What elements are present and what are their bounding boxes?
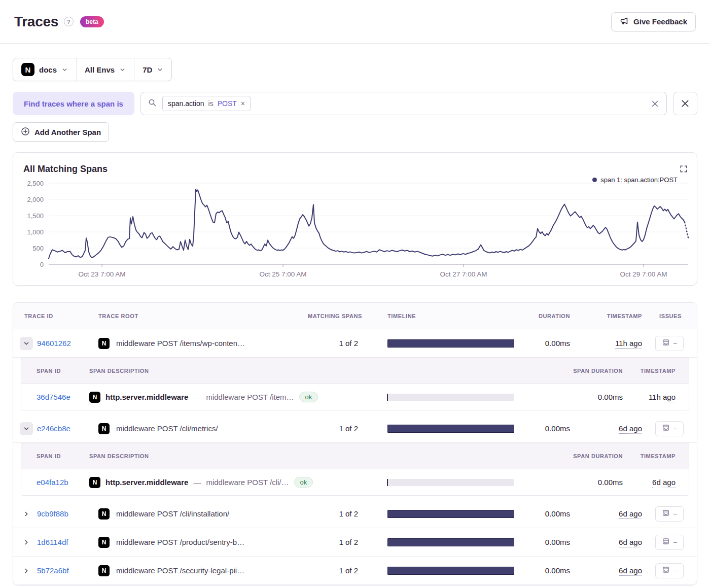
span-timestamp[interactable]: 6d ago: [652, 478, 676, 488]
span-description-text: middleware POST /item…: [206, 393, 294, 401]
expand-chevron-button[interactable]: [20, 564, 33, 577]
column-header-issues: ISSUES: [646, 313, 697, 319]
issues-indicator[interactable]: −: [655, 535, 684, 550]
trace-row: e246cb8e N middleware POST /cli/metrics/…: [13, 414, 697, 443]
token-remove-icon[interactable]: ×: [241, 99, 245, 108]
nextjs-project-icon: N: [98, 565, 110, 576]
span-search-input[interactable]: span.action is POST ×: [140, 92, 667, 115]
date-range-filter-label: 7D: [143, 65, 152, 74]
filter-bar: N docs All Envs 7D: [13, 58, 172, 81]
column-header-span-timestamp: TIMESTAMP: [628, 453, 689, 459]
svg-text:1,500: 1,500: [27, 212, 44, 220]
plus-circle-icon: [21, 127, 30, 137]
span-timeline-bar[interactable]: [387, 394, 514, 401]
issues-indicator[interactable]: −: [655, 506, 684, 522]
trace-root-text: middleware POST /security-legal-pii…: [116, 566, 244, 575]
environment-filter-label: All Envs: [85, 65, 115, 74]
trace-id-link[interactable]: 5b72a6bf: [37, 566, 69, 575]
trace-group: e246cb8e N middleware POST /cli/metrics/…: [13, 414, 697, 496]
trace-timeline-bar[interactable]: [387, 510, 514, 518]
span-timestamp[interactable]: 11h ago: [649, 393, 676, 402]
date-range-filter[interactable]: 7D: [134, 58, 171, 81]
trace-timestamp[interactable]: 6d ago: [619, 566, 642, 576]
issues-indicator[interactable]: −: [655, 563, 684, 578]
expand-chevron-button[interactable]: [20, 337, 33, 350]
nextjs-project-icon: N: [98, 537, 110, 548]
column-header-span-duration: SPAN DURATION: [562, 453, 628, 459]
help-icon[interactable]: ?: [64, 17, 74, 26]
expand-chevron-button[interactable]: [20, 536, 33, 549]
trace-timestamp[interactable]: 6d ago: [619, 538, 642, 547]
svg-text:Oct 27 7:00 AM: Oct 27 7:00 AM: [440, 270, 487, 278]
project-filter-label: docs: [39, 65, 57, 74]
svg-text:1,000: 1,000: [27, 228, 44, 236]
svg-text:2,000: 2,000: [27, 196, 44, 203]
add-another-span-label: Add Another Span: [34, 128, 101, 136]
column-header-span-description: SPAN DESCRIPTION: [81, 368, 387, 374]
svg-text:500: 500: [32, 245, 44, 252]
span-id-link[interactable]: e04fa12b: [21, 478, 81, 487]
issues-indicator[interactable]: −: [655, 421, 684, 436]
give-feedback-label: Give Feedback: [633, 17, 687, 26]
svg-text:0: 0: [40, 261, 44, 268]
trace-id-link[interactable]: 1d6114df: [37, 538, 68, 546]
span-row: 36d7546e N http.server.middleware — midd…: [21, 384, 689, 410]
matching-spans-count: 1 of 2: [306, 339, 362, 348]
find-span-prefix-label: Find traces where a span is: [13, 92, 134, 115]
expand-chevron-button[interactable]: [20, 422, 33, 435]
spans-subtable-header: SPAN ID SPAN DESCRIPTION SPAN DURATION T…: [21, 358, 689, 384]
environment-filter[interactable]: All Envs: [76, 58, 134, 81]
trace-timestamp[interactable]: 6d ago: [619, 424, 642, 434]
expand-chevron-button[interactable]: [20, 507, 33, 521]
trace-timestamp[interactable]: 11h ago: [615, 339, 642, 349]
matching-spans-count: 1 of 2: [306, 424, 362, 433]
issues-none-dash: −: [673, 538, 677, 546]
fullscreen-expand-icon[interactable]: [680, 165, 688, 173]
span-id-link[interactable]: 36d7546e: [21, 393, 81, 401]
trace-timeline-bar[interactable]: [387, 538, 514, 546]
separator-dash: —: [193, 393, 201, 401]
trace-root-text: middleware POST /cli/installation/: [116, 509, 229, 518]
issues-none-dash: −: [673, 425, 677, 433]
issues-none-dash: −: [673, 339, 677, 348]
add-another-span-button[interactable]: Add Another Span: [13, 122, 109, 142]
column-header-span-id: SPAN ID: [21, 453, 81, 459]
beta-badge: beta: [80, 16, 104, 27]
trace-timeline-bar[interactable]: [387, 339, 514, 348]
trace-id-link[interactable]: e246cb8e: [37, 424, 70, 433]
traces-table-header: TRACE ID TRACE ROOT MATCHING SPANS TIMEL…: [13, 303, 697, 329]
project-filter[interactable]: N docs: [13, 58, 76, 81]
issues-indicator[interactable]: −: [655, 336, 684, 351]
trace-timeline-bar[interactable]: [387, 425, 514, 433]
trace-timeline-bar[interactable]: [387, 567, 514, 575]
span-timeline-bar[interactable]: [387, 479, 514, 486]
search-clear-icon[interactable]: [651, 99, 659, 108]
trace-duration: 0.00ms: [514, 424, 575, 433]
trace-root-text: middleware POST /product/sentry-b…: [116, 538, 244, 546]
trace-id-link[interactable]: 94601262: [37, 339, 71, 348]
trace-id-link[interactable]: 9cb9f88b: [37, 509, 68, 518]
trace-timestamp[interactable]: 6d ago: [619, 509, 642, 519]
span-operation-name: http.server.middleware: [105, 478, 188, 487]
matching-spans-count: 1 of 2: [306, 509, 362, 518]
column-header-span-description: SPAN DESCRIPTION: [81, 453, 387, 459]
issues-inbox-icon: [662, 509, 670, 518]
token-value: POST: [218, 99, 237, 108]
column-header-trace-root: TRACE ROOT: [98, 313, 306, 319]
trace-row: 94601262 N middleware POST /items/wp-con…: [13, 329, 697, 358]
chevron-down-icon: [61, 66, 68, 73]
trace-spans-subtable: SPAN ID SPAN DESCRIPTION SPAN DURATION T…: [21, 443, 689, 496]
trace-duration: 0.00ms: [514, 566, 575, 575]
search-filter-token[interactable]: span.action is POST ×: [162, 96, 251, 111]
trace-root-text: middleware POST /cli/metrics/: [116, 424, 218, 433]
nextjs-project-icon: N: [21, 63, 34, 76]
search-icon: [148, 98, 157, 109]
issues-none-dash: −: [673, 510, 677, 518]
chart-title: All Matching Spans: [23, 164, 108, 175]
give-feedback-button[interactable]: Give Feedback: [611, 12, 696, 31]
matching-spans-chart-card: All Matching Spans span 1: span.action:P…: [13, 152, 697, 286]
nextjs-project-icon: N: [98, 338, 110, 349]
remove-span-condition-button[interactable]: [673, 92, 697, 115]
page-title: Traces: [14, 14, 58, 30]
span-duration: 0.00ms: [562, 478, 628, 487]
